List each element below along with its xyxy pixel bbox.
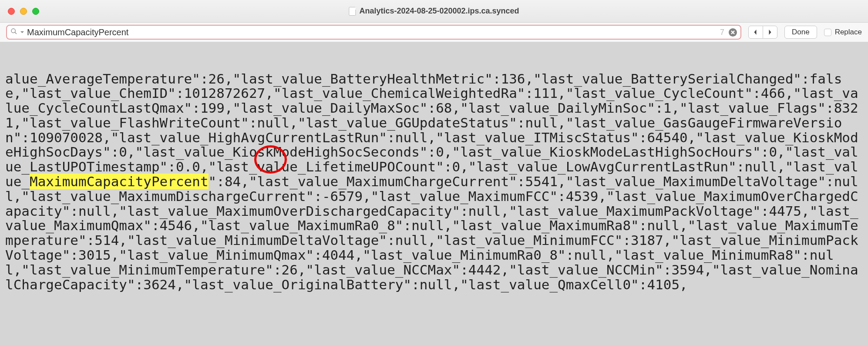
svg-line-1 [15,32,17,34]
window-title: Analytics-2024-08-25-020002.ips.ca.synce… [359,7,519,16]
traffic-lights [8,8,39,15]
search-input[interactable] [27,27,717,37]
document-icon [349,7,356,16]
close-window-button[interactable] [8,8,15,15]
minimize-window-button[interactable] [20,8,27,15]
find-previous-button[interactable] [748,26,763,39]
search-icon [10,28,17,37]
replace-label: Replace [835,28,862,37]
clear-search-button[interactable] [729,28,737,37]
search-field-container: 7 [6,25,741,40]
document-content[interactable]: alue_AverageTemperature":26,"last_value_… [0,42,868,345]
find-bar: 7 Done Replace [0,23,868,42]
find-nav-group [748,26,777,39]
replace-checkbox[interactable] [824,29,831,36]
search-highlight: MaximumCapacityPercent [30,174,209,189]
svg-point-0 [11,29,15,33]
window-titlebar: Analytics-2024-08-25-020002.ips.ca.synce… [0,0,868,23]
search-options-chevron-icon[interactable] [20,28,24,36]
window-title-group: Analytics-2024-08-25-020002.ips.ca.synce… [349,7,519,16]
search-match-count: 7 [720,28,724,37]
zoom-window-button[interactable] [32,8,39,15]
red-circle-annotation [254,145,287,174]
find-next-button[interactable] [763,26,777,39]
replace-toggle-group: Replace [824,28,862,37]
done-button[interactable]: Done [784,26,817,39]
